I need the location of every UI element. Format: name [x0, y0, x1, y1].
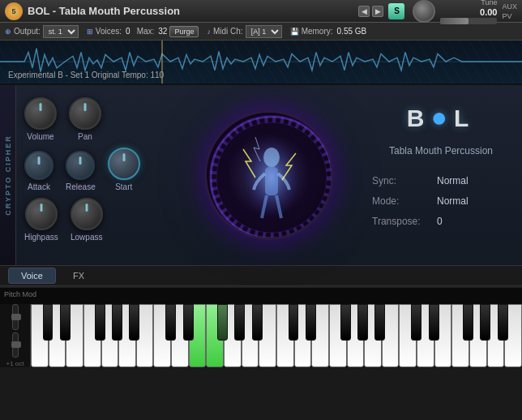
knob-row-3: Highpass Lowpass [24, 198, 170, 242]
black-key[interactable] [112, 304, 122, 341]
brand-title: B●L [372, 101, 510, 133]
attack-knob-group: Attack [24, 151, 53, 191]
aux-pv: AUX PV [502, 2, 517, 20]
sync-label: Sync: [372, 175, 429, 186]
volume-label: Volume [27, 132, 53, 141]
highpass-knob-group: Highpass [24, 198, 58, 242]
svg-point-6 [263, 148, 280, 167]
pan-knob-group: Pan [69, 97, 101, 141]
top-bar: 5 BOL - Tabla Mouth Percussion ◀ ▶ S Tun… [0, 0, 522, 23]
orb-display [204, 110, 334, 240]
transpose-value: 0 [437, 216, 443, 227]
black-key[interactable] [340, 304, 351, 341]
controls-area: Volume Pan Attack Release Start [16, 85, 178, 265]
lowpass-label: Lowpass [71, 233, 102, 242]
sync-value: Normal [437, 175, 469, 186]
black-key[interactable] [429, 304, 439, 341]
black-key[interactable] [43, 304, 53, 341]
memory-control: 💾 Memory: 0.55 GB [290, 27, 367, 36]
volume-knob[interactable] [24, 97, 57, 130]
s-button[interactable]: S [388, 3, 404, 19]
pan-knob[interactable] [69, 97, 101, 130]
next-arrow[interactable]: ▶ [372, 6, 383, 17]
piano-keys-area [31, 304, 522, 367]
black-key[interactable] [411, 304, 421, 341]
tune-slider[interactable] [440, 18, 497, 24]
center-orb-area [178, 85, 360, 265]
release-knob[interactable] [66, 151, 95, 180]
left-sidebar: CRYPTO CIPHER [0, 85, 16, 265]
tab-voice[interactable]: Voice [8, 268, 56, 284]
black-key[interactable] [165, 304, 176, 341]
oct-label: +1 oct [6, 360, 24, 367]
voices-control: ⊞ Voices: 0 Max: 32 Purge [87, 26, 199, 37]
transpose-label: Transpose: [372, 216, 429, 227]
start-label: Start [115, 182, 132, 191]
attack-label: Attack [28, 182, 50, 191]
black-key[interactable] [306, 304, 316, 341]
nav-arrows: ◀ ▶ [358, 6, 383, 17]
black-key[interactable] [480, 304, 490, 341]
sidebar-label: CRYPTO CIPHER [4, 135, 12, 216]
release-label: Release [66, 182, 96, 191]
lowpass-knob[interactable] [71, 198, 103, 230]
midi-control: ♪ Midi Ch: [A] 1 [207, 25, 281, 38]
right-panel: B●L Tabla Mouth Percussion Sync: Normal … [360, 85, 522, 265]
midi-icon: ♪ [207, 28, 211, 36]
brand-dot: ● [430, 101, 454, 132]
mode-row: Mode: Normal [372, 193, 510, 209]
window-title: BOL - Tabla Mouth Percussion [28, 5, 353, 17]
brand-bol: B●L [372, 101, 510, 133]
waveform-area: Experimental B - Set 1 Original Tempo: 1… [0, 41, 522, 85]
pan-label: Pan [78, 132, 92, 141]
black-key[interactable] [129, 304, 139, 341]
piano-area: Pitch Mod +1 oct [0, 286, 522, 367]
release-knob-group: Release [66, 151, 96, 191]
highpass-knob[interactable] [25, 198, 58, 230]
black-key[interactable] [183, 304, 194, 341]
black-key[interactable] [498, 304, 508, 341]
pitch-mod-label: Pitch Mod [4, 290, 36, 298]
pitch-slider-2[interactable] [12, 332, 19, 358]
purge-button[interactable]: Purge [169, 26, 199, 37]
output-control: ⊕ Output: st. 1 [5, 25, 79, 38]
bottom-tabs: Voice FX [0, 265, 522, 286]
voices-icon: ⊞ [87, 28, 93, 36]
pitch-slider-1[interactable] [12, 304, 19, 330]
figure-svg [239, 133, 304, 222]
sync-row: Sync: Normal [372, 173, 510, 189]
black-key[interactable] [95, 304, 105, 341]
attack-knob[interactable] [24, 151, 53, 180]
controls-row: ⊕ Output: st. 1 ⊞ Voices: 0 Max: 32 Purg… [0, 23, 522, 41]
midi-select[interactable]: [A] 1 [246, 25, 282, 38]
start-knob[interactable] [108, 148, 140, 180]
black-key[interactable] [217, 304, 228, 341]
brand-subtitle: Tabla Mouth Percussion [372, 145, 510, 156]
highpass-label: Highpass [24, 233, 58, 242]
tune-knob[interactable] [413, 0, 435, 23]
mode-value: Normal [437, 195, 469, 207]
volume-knob-group: Volume [24, 97, 57, 141]
output-select[interactable]: st. 1 [43, 25, 79, 38]
black-key[interactable] [234, 304, 245, 341]
black-key[interactable] [252, 304, 263, 341]
tune-section: Tune 0.00 [440, 0, 497, 24]
start-knob-group: Start [108, 148, 140, 191]
tune-knob-area [413, 0, 435, 23]
memory-icon: 💾 [290, 28, 299, 36]
black-key[interactable] [289, 304, 299, 341]
logo: 5 [5, 2, 23, 20]
black-key[interactable] [60, 304, 71, 341]
black-key[interactable] [374, 304, 385, 341]
black-key[interactable] [463, 304, 473, 341]
svg-rect-7 [265, 167, 278, 195]
black-key[interactable] [357, 304, 368, 341]
orb-container[interactable] [204, 110, 334, 240]
mode-label: Mode: [372, 195, 429, 207]
tab-fx[interactable]: FX [60, 268, 97, 284]
piano-controls: +1 oct [0, 304, 31, 367]
output-icon: ⊕ [5, 28, 11, 36]
main-area: CRYPTO CIPHER Volume Pan Attack Release [0, 85, 522, 265]
prev-arrow[interactable]: ◀ [358, 6, 370, 17]
knob-row-2: Attack Release Start [24, 148, 170, 191]
